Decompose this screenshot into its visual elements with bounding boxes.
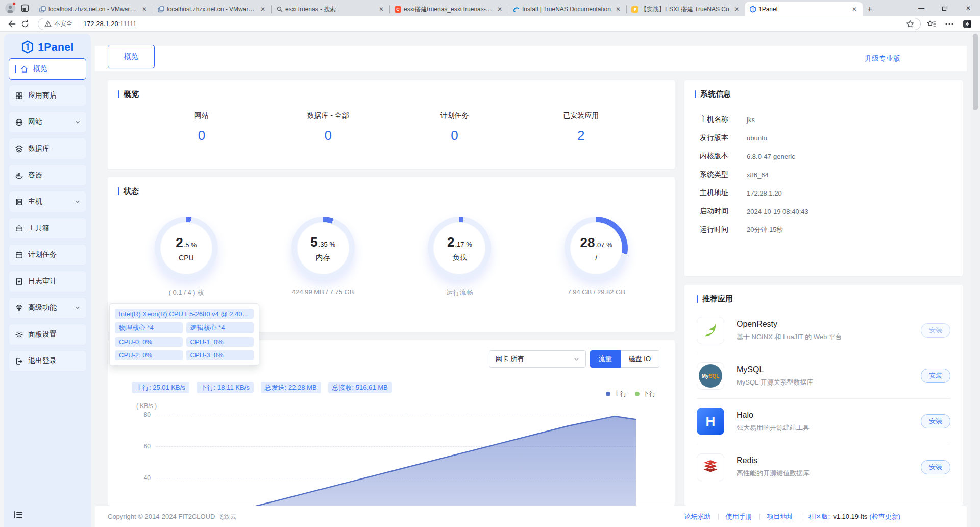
traffic-tab-button[interactable]: 流量 <box>590 350 621 368</box>
y-tick-40: 40 <box>128 474 151 482</box>
address-bar[interactable]: 不安全 172.28.1.20 :11111 <box>38 18 921 30</box>
tab-vmware-2[interactable]: localhost.zhzx.net.cn - VMware E ✕ <box>153 2 271 16</box>
upgrade-pro-link[interactable]: 升级专业版 <box>865 46 900 71</box>
sidebar-item-cron[interactable]: 计划任务 <box>9 244 86 266</box>
sidebar-item-toolbox[interactable]: 工具箱 <box>9 218 86 239</box>
user-manual-link[interactable]: 使用手册 <box>726 512 752 521</box>
sidebar-item-advanced[interactable]: 高级功能 <box>9 297 86 319</box>
sidebar-item-overview[interactable]: 概览 <box>9 58 86 80</box>
footer-separator <box>801 514 801 520</box>
1panel-icon <box>749 6 756 13</box>
sidebar-item-website[interactable]: 网站 <box>9 111 86 133</box>
y-axis-unit-label: ( KB/s ) <box>136 402 157 410</box>
app-row-mysql[interactable]: MySQL MySQL MySQL 开源关系型数据库 安装 <box>697 353 950 399</box>
close-window-button[interactable]: ✕ <box>957 0 980 16</box>
stat-value[interactable]: 0 <box>391 128 518 143</box>
check-update-link[interactable]: (检查更新) <box>869 512 900 521</box>
tab-actions-button[interactable] <box>20 4 30 13</box>
url-port: :11111 <box>118 20 137 28</box>
legend-dot <box>635 392 640 396</box>
sidebar: 1Panel 概览 应用商店 网站 数据库 <box>4 34 91 527</box>
app-texts: Redis 高性能的开源键值数据库 <box>737 456 810 478</box>
sidebar-toggle-icon[interactable] <box>963 20 972 28</box>
tab-close-icon[interactable]: ✕ <box>377 6 385 13</box>
sidebar-item-label: 工具箱 <box>28 224 50 233</box>
install-button[interactable]: 安装 <box>921 460 950 474</box>
sidebar-item-app-store[interactable]: 应用商店 <box>9 85 86 106</box>
stat-value[interactable]: 2 <box>518 128 644 143</box>
sidebar-item-host[interactable]: 主机 <box>9 191 86 212</box>
1panel-page: 1Panel 概览 应用商店 网站 数据库 <box>0 32 980 527</box>
back-button[interactable] <box>5 17 18 31</box>
restore-button[interactable] <box>933 0 957 16</box>
install-button[interactable]: 安装 <box>921 369 950 383</box>
server-icon <box>15 198 23 206</box>
sidebar-item-settings[interactable]: 面板设置 <box>9 324 86 345</box>
gauge-label: CPU <box>179 254 194 262</box>
page-tab-overview[interactable]: 概览 <box>108 45 155 68</box>
tab-close-icon[interactable]: ✕ <box>732 6 741 13</box>
home-icon <box>20 65 29 74</box>
stat-value[interactable]: 0 <box>138 128 265 143</box>
tab-esxi-article[interactable]: 【实战】ESXI 搭建 TrueNAS Co ✕ <box>627 2 745 16</box>
scrollbar-thumb[interactable] <box>973 34 978 110</box>
stat-value[interactable]: 0 <box>265 128 391 143</box>
refresh-button[interactable] <box>18 17 32 31</box>
install-button[interactable]: 安装 <box>921 323 950 338</box>
app-name[interactable]: Halo <box>737 411 810 420</box>
page-scrollbar[interactable] <box>971 32 980 527</box>
new-tab-button[interactable]: + <box>863 2 877 16</box>
install-button[interactable]: 安装 <box>921 414 950 428</box>
restore-icon <box>942 5 948 11</box>
app-row-redis[interactable]: Redis 高性能的开源键值数据库 安装 <box>697 444 950 490</box>
tab-search[interactable]: esxi truenas - 搜索 ✕ <box>272 2 389 16</box>
gauge-cpu: 2.5 % CPU ( 0.1 / 4 ) 核 <box>118 217 255 297</box>
sidebar-item-label: 主机 <box>28 197 42 206</box>
screen: localhost.zhzx.net.cn - VMware E ✕ local… <box>0 0 980 527</box>
app-name[interactable]: OpenResty <box>737 320 842 329</box>
minimize-button[interactable]: — <box>910 0 933 16</box>
app-row-openresty[interactable]: OpenResty 基于 NGINX 和 LuaJIT 的 Web 平台 安装 <box>697 308 950 353</box>
sidebar-item-container[interactable]: 容器 <box>9 164 86 186</box>
sidebar-item-logout[interactable]: 退出登录 <box>9 350 86 372</box>
chevron-down-icon <box>75 199 80 204</box>
chevron-down-icon <box>574 356 579 362</box>
tab-close-icon[interactable]: ✕ <box>496 6 504 13</box>
tab-close-icon[interactable]: ✕ <box>850 6 859 13</box>
main-header: 概览 升级专业版 <box>95 46 967 71</box>
tab-1panel-active[interactable]: 1Panel ✕ <box>745 2 863 16</box>
tab-truenas-docs[interactable]: Install | TrueNAS Documentation ✕ <box>508 2 626 16</box>
disk-io-tab-button[interactable]: 磁盘 IO <box>621 350 659 368</box>
app-name[interactable]: MySQL <box>737 365 813 374</box>
tab-close-icon[interactable]: ✕ <box>140 6 149 13</box>
legend-downlink[interactable]: 下行 <box>635 389 656 398</box>
project-repo-link[interactable]: 项目地址 <box>767 512 794 521</box>
app-row-halo[interactable]: H Halo 强大易用的开源建站工具 安装 <box>697 399 950 444</box>
cpu-model: Intel(R) Xeon(R) CPU E5-2680 v4 @ 2.40GH… <box>115 309 254 319</box>
gauge-ring: 2.5 % CPU <box>155 217 218 280</box>
legend-uplink[interactable]: 上行 <box>606 389 627 398</box>
gauge-ring: 5.35 % 内存 <box>291 217 355 280</box>
sidebar-collapse-button[interactable] <box>13 510 24 521</box>
tab-close-icon[interactable]: ✕ <box>614 6 622 13</box>
tab-csdn[interactable]: C esxi搭建truenas_esxi truenas-CS ✕ <box>390 2 508 16</box>
tab-title: 1Panel <box>758 6 848 13</box>
more-menu-icon[interactable] <box>945 23 953 25</box>
tab-close-icon[interactable]: ✕ <box>259 6 267 13</box>
sidebar-item-logs[interactable]: 日志审计 <box>9 271 86 292</box>
bookmark-star-icon[interactable] <box>906 20 914 28</box>
nic-select[interactable]: 网卡 所有 <box>489 350 586 368</box>
1panel-logo-icon <box>21 40 34 54</box>
favorites-bar-icon[interactable] <box>927 20 936 28</box>
tab-vmware-1[interactable]: localhost.zhzx.net.cn - VMware E ✕ <box>35 2 153 16</box>
sys-row-boot-time: 启动时间 2024-10-19 08:40:43 <box>695 202 952 221</box>
app-name[interactable]: Redis <box>737 456 810 465</box>
forum-help-link[interactable]: 论坛求助 <box>684 512 711 521</box>
recommended-apps-card: 推荐应用 OpenResty 基于 NGINX 和 LuaJIT 的 Web 平… <box>684 285 963 506</box>
log-file-icon <box>15 277 23 286</box>
stat-cronjobs: 计划任务 0 <box>391 111 518 143</box>
back-icon <box>7 19 16 29</box>
sys-row-host-address: 主机地址 172.28.1.20 <box>695 184 952 202</box>
sidebar-item-database[interactable]: 数据库 <box>9 138 86 159</box>
security-status[interactable]: 不安全 <box>44 19 72 28</box>
